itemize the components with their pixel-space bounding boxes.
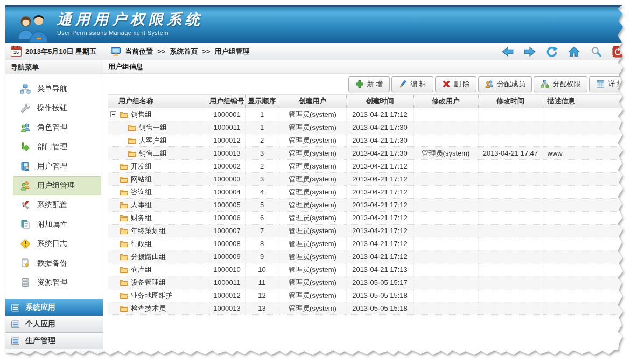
sidebar-item-data-backup[interactable]: 数据备份: [13, 254, 101, 273]
section-label: 生产管理: [25, 336, 55, 346]
sidebar-item-menu-navigation[interactable]: 菜单导航: [13, 79, 101, 99]
modified-by: [413, 199, 478, 212]
collapse-toggle-icon[interactable]: [118, 137, 124, 143]
folder-icon: [120, 266, 128, 273]
edit-button[interactable]: 编 辑: [391, 76, 433, 92]
collapse-toggle-icon[interactable]: [110, 215, 116, 221]
collapse-toggle-icon[interactable]: [110, 279, 116, 285]
table-row[interactable]: 人事组 1000005 5 管理员(system) 2013-04-21 17:…: [108, 199, 625, 212]
group-number: 1000013: [209, 302, 245, 315]
modified-time: [478, 160, 543, 173]
sidebar-item-department-management[interactable]: 部门管理: [13, 137, 101, 157]
sidebar-item-system-log[interactable]: 系统日志: [13, 234, 101, 254]
group-name: 咨询组: [131, 187, 152, 197]
section-production-management[interactable]: 生产管理: [5, 332, 103, 349]
group-number: 1000011: [209, 276, 245, 289]
collapse-toggle-icon[interactable]: [110, 176, 116, 182]
collapse-toggle-icon[interactable]: [110, 241, 116, 247]
collapse-toggle-icon[interactable]: [110, 228, 116, 234]
home-icon[interactable]: [567, 46, 580, 58]
table-body: 销售组 1000001 1 管理员(system) 2013-04-21 17:…: [108, 108, 625, 315]
collapse-toggle-icon[interactable]: [118, 150, 124, 156]
table-row[interactable]: 财务组 1000006 6 管理员(system) 2013-04-21 17:…: [108, 212, 625, 225]
group-number: 1000012: [209, 289, 245, 302]
collapse-toggle-icon[interactable]: [118, 124, 124, 130]
logout-icon[interactable]: [612, 46, 625, 58]
created-by: 管理员(system): [279, 302, 346, 315]
breadcrumb-home[interactable]: 系统首页: [170, 47, 198, 57]
collapse-toggle-icon[interactable]: [110, 163, 116, 169]
folder-icon: [120, 292, 128, 299]
modified-time: [478, 134, 543, 147]
add-button[interactable]: 新 增: [348, 76, 390, 92]
created-by: 管理员(system): [279, 147, 346, 160]
sidebar-item-user-management[interactable]: 用户管理: [13, 157, 101, 176]
delete-button[interactable]: 删 除: [435, 76, 477, 92]
sidebar-item-label: 数据备份: [37, 258, 67, 268]
sidebar-item-usergroup-management[interactable]: 用户组管理: [13, 176, 101, 195]
collapse-toggle-icon[interactable]: [110, 305, 116, 311]
usergroup-table: 用户组名称 用户组编号 显示顺序 创建用户 创建时间 修改用户 修改时间 描述信…: [103, 94, 625, 315]
refresh-icon[interactable]: [545, 46, 558, 58]
description: [543, 302, 625, 315]
table-row[interactable]: 分拨路由组 1000009 9 管理员(system) 2013-04-21 1…: [108, 250, 625, 263]
back-icon[interactable]: [501, 46, 514, 58]
collapse-toggle-icon[interactable]: [110, 267, 116, 272]
col-modified-time[interactable]: 修改时间: [478, 95, 543, 108]
detail-button[interactable]: 详 细: [589, 76, 625, 92]
group-name: 检查技术员: [131, 304, 166, 313]
table-row[interactable]: 年终策划组 1000007 7 管理员(system) 2013-04-21 1…: [108, 225, 625, 237]
tree-indent: [110, 140, 118, 141]
crossed-tools-icon: [20, 200, 31, 211]
col-display-order[interactable]: 显示顺序: [245, 95, 279, 108]
collapse-toggle-icon[interactable]: [110, 254, 116, 260]
collapse-toggle-icon[interactable]: [110, 202, 116, 208]
table-row[interactable]: 行政组 1000008 8 管理员(system) 2013-04-21 17:…: [108, 237, 625, 250]
collapse-toggle-icon[interactable]: [110, 189, 116, 195]
section-system-apps[interactable]: 系统应用: [5, 299, 103, 316]
table-row[interactable]: 销售二组 1000013 3 管理员(system) 2013-04-21 17…: [108, 147, 625, 160]
sidebar-item-extra-attributes[interactable]: 附加属性: [13, 215, 101, 234]
table-row[interactable]: 设备管理组 1000011 11 管理员(system) 2013-05-05 …: [108, 276, 625, 289]
list-icon: [11, 337, 20, 346]
col-group-number[interactable]: 用户组编号: [209, 95, 245, 108]
sidebar-header: 导航菜单: [5, 60, 103, 74]
sidebar-item-resource-management[interactable]: 资源管理: [13, 273, 101, 292]
table-row[interactable]: 大客户组 1000012 2 管理员(system) 2013-04-21 17…: [108, 134, 625, 147]
sidebar-item-action-buttons[interactable]: 操作按钮: [13, 99, 101, 118]
table-row[interactable]: 检查技术员 1000013 13 管理员(system) 2013-05-05 …: [108, 302, 625, 315]
description: [543, 237, 625, 250]
group-name: 仓库组: [131, 265, 152, 275]
collapse-toggle-icon[interactable]: [110, 292, 116, 298]
sidebar-item-role-management[interactable]: 角色管理: [13, 118, 101, 137]
table-row[interactable]: 仓库组 1000010 10 管理员(system) 2013-04-21 17…: [108, 263, 625, 276]
col-modified-by[interactable]: 修改用户: [413, 95, 478, 108]
collapse-toggle-icon[interactable]: [110, 111, 116, 117]
display-order: 11: [245, 276, 279, 289]
col-description[interactable]: 描述信息: [543, 95, 625, 108]
table-row[interactable]: 业务地图维护 1000012 12 管理员(system) 2013-05-05…: [108, 289, 625, 302]
table-row[interactable]: 销售一组 1000011 1 管理员(system) 2013-04-21 17…: [108, 121, 625, 134]
table-row[interactable]: 开发组 1000002 2 管理员(system) 2013-04-21 17:…: [108, 160, 625, 173]
table-row[interactable]: 销售组 1000001 1 管理员(system) 2013-04-21 17:…: [108, 108, 625, 121]
section-personal-apps[interactable]: 个人应用: [5, 316, 103, 332]
col-created-time[interactable]: 创建时间: [346, 95, 413, 108]
assign-members-button[interactable]: 分配成员: [478, 76, 532, 92]
forward-icon[interactable]: [523, 46, 536, 58]
section-label: 系统应用: [25, 303, 55, 312]
col-created-by[interactable]: 创建用户: [279, 95, 346, 108]
main-panel: 用户组信息 新 增 编 辑 删 除: [103, 60, 625, 356]
display-order: 9: [245, 250, 279, 263]
section-project-management[interactable]: 项目管理: [5, 349, 103, 356]
assign-members-icon: [485, 80, 494, 88]
sidebar-item-system-config[interactable]: 系统配置: [13, 195, 101, 215]
table-row[interactable]: 网站组 1000003 3 管理员(system) 2013-04-21 17:…: [108, 173, 625, 186]
table-row[interactable]: 咨询组 1000004 4 管理员(system) 2013-04-21 17:…: [108, 186, 625, 199]
col-group-name[interactable]: 用户组名称: [108, 95, 209, 108]
description: [543, 263, 625, 276]
monitor-icon: [110, 47, 121, 57]
created-time: 2013-04-21 17:12: [346, 199, 413, 212]
search-icon[interactable]: [590, 46, 602, 58]
assign-permissions-button[interactable]: 分配权限: [534, 76, 587, 92]
display-order: 4: [245, 186, 279, 199]
